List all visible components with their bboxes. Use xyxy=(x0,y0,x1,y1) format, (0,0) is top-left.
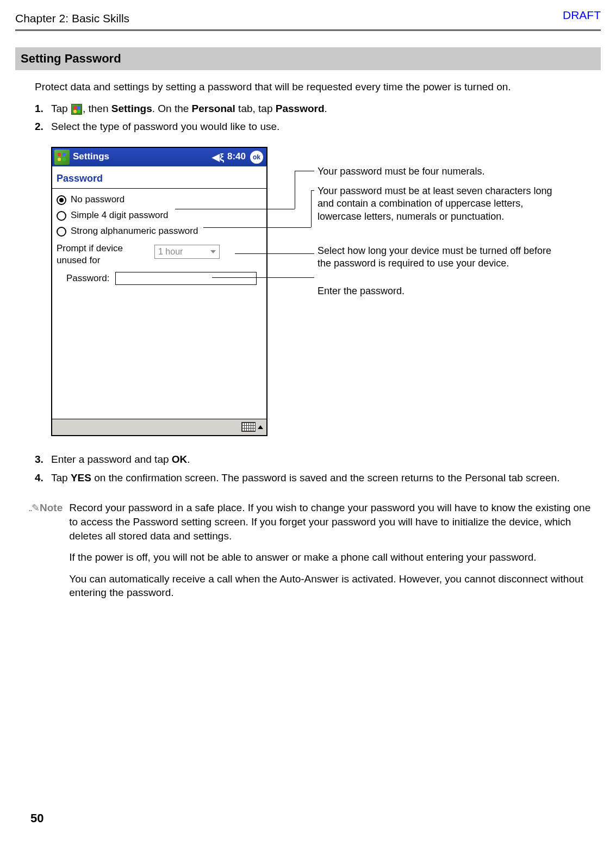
radio-no-password[interactable]: No password xyxy=(52,192,266,208)
note-label: Note xyxy=(40,501,63,515)
password-input[interactable] xyxy=(115,272,257,285)
step-2-text: Select the type of password you would li… xyxy=(51,120,601,134)
radio-strong-password[interactable]: Strong alphanumeric password xyxy=(52,224,266,239)
step-text: Tap xyxy=(51,103,71,114)
pda-footer xyxy=(52,419,266,435)
divider xyxy=(52,188,266,189)
prompt-label: Prompt if device unused for xyxy=(57,243,154,266)
pda-subtitle: Password xyxy=(52,166,266,187)
note-body: Record your password in a safe place. If… xyxy=(69,501,601,607)
step-text: tab, tap xyxy=(235,103,276,114)
start-icon xyxy=(71,104,82,115)
radio-icon[interactable] xyxy=(57,195,66,205)
radio-label: No password xyxy=(71,194,125,206)
speaker-icon[interactable]: ◀ξ xyxy=(212,151,224,164)
step-1-text: Tap , then Settings. On the Personal tab… xyxy=(51,102,601,116)
chapter-title: Chapter 2: Basic Skills xyxy=(15,11,129,26)
callout-enter-password: Enter the password. xyxy=(318,285,405,297)
callout-strong-rules: Your password must be at least seven cha… xyxy=(318,185,561,223)
note-paragraph: Record your password in a safe place. If… xyxy=(69,501,601,543)
draft-watermark: DRAFT xyxy=(563,8,601,23)
settings-label: Settings xyxy=(111,103,152,114)
radio-icon[interactable] xyxy=(57,211,66,221)
pda-window-title: Settings xyxy=(73,151,212,163)
up-arrow-icon[interactable] xyxy=(258,425,263,429)
callout-four-numerals: Your password must be four numerals. xyxy=(318,165,485,178)
yes-label: YES xyxy=(71,472,91,483)
radio-simple-password[interactable]: Simple 4 digit password xyxy=(52,208,266,224)
step-text: on the confirmation screen. The password… xyxy=(91,472,559,483)
pda-titlebar: Settings ◀ξ 8:40 ok xyxy=(52,148,266,166)
note-paragraph: If the power is off, you will not be abl… xyxy=(69,550,601,564)
pda-screenshot: Settings ◀ξ 8:40 ok Password No password… xyxy=(51,147,267,436)
radio-label: Strong alphanumeric password xyxy=(71,225,198,238)
step-number: 2. xyxy=(35,120,51,134)
note-icon: ..✎ Note xyxy=(28,501,69,515)
step-number: 1. xyxy=(35,102,51,116)
pda-clock: 8:40 xyxy=(227,151,246,163)
step-number: 4. xyxy=(35,471,51,485)
personal-label: Personal xyxy=(192,103,235,114)
step-text: Tap xyxy=(51,472,71,483)
step-text: , then xyxy=(83,103,111,114)
section-heading: Setting Password xyxy=(15,47,601,70)
ok-label: OK xyxy=(172,454,188,465)
start-icon[interactable] xyxy=(54,150,70,165)
step-text: . On the xyxy=(152,103,192,114)
step-text: . xyxy=(325,103,327,114)
password-label: Password xyxy=(276,103,325,114)
callouts: Your password must be four numerals. You… xyxy=(300,147,561,436)
step-text: . xyxy=(187,454,190,465)
header-rule xyxy=(15,29,601,31)
radio-label: Simple 4 digit password xyxy=(71,209,169,222)
callout-timeout: Select how long your device must be turn… xyxy=(318,245,561,270)
radio-icon[interactable] xyxy=(57,227,66,237)
ok-button[interactable]: ok xyxy=(250,151,263,164)
step-number: 3. xyxy=(35,452,51,467)
intro-text: Protect data and settings by setting a p… xyxy=(35,80,601,94)
unused-duration-dropdown[interactable]: 1 hour xyxy=(154,245,220,259)
step-text: Enter a password and tap xyxy=(51,454,172,465)
step-3-text: Enter a password and tap OK. xyxy=(51,452,601,467)
page-number: 50 xyxy=(30,810,43,827)
keyboard-icon[interactable] xyxy=(241,422,256,432)
note-paragraph: You can automatically receive a call whe… xyxy=(69,572,601,600)
password-field-label: Password: xyxy=(57,272,115,285)
step-4-text: Tap YES on the confirmation screen. The … xyxy=(51,471,601,485)
